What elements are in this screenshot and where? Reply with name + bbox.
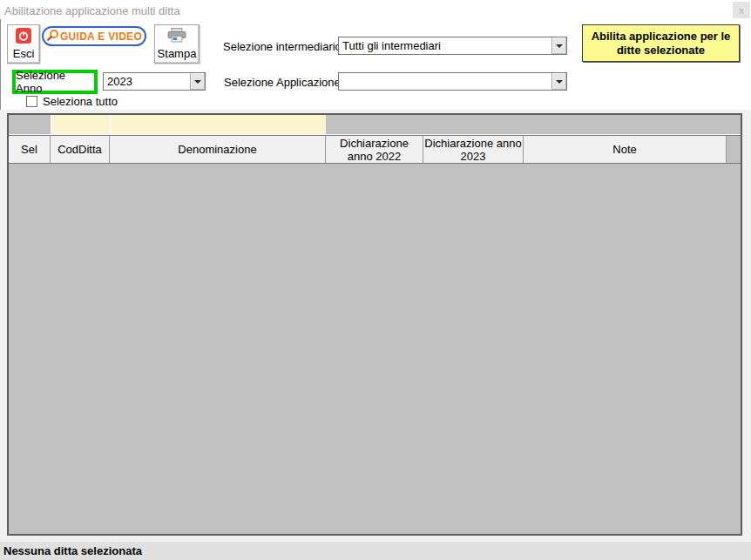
application-label: Selezione Applicazione [224, 76, 341, 89]
column-header-filler [727, 136, 741, 163]
column-header-denominazione[interactable]: Denominazione [110, 136, 326, 163]
chevron-down-icon[interactable] [551, 73, 566, 90]
filter-input-codditta[interactable] [52, 115, 110, 134]
titlebar: Abilitazione applicazione multi ditta x [0, 0, 751, 19]
intermediary-select[interactable]: Tutti gli intermediari [338, 37, 567, 55]
guide-video-label: GUIDA E VIDEO [60, 30, 142, 43]
intermediary-select-value: Tutti gli intermediari [339, 37, 551, 54]
exit-button[interactable]: Esci [7, 24, 40, 64]
print-button[interactable]: Stampa [154, 24, 200, 64]
intermediary-label: Selezione intermediario [223, 40, 342, 53]
column-header-sel[interactable]: Sel [9, 136, 51, 163]
column-header-note[interactable]: Note [524, 136, 727, 163]
grid-filter-row [9, 115, 741, 135]
guide-video-button[interactable]: GUIDA E VIDEO [42, 26, 146, 46]
year-select-value: 2023 [104, 73, 190, 90]
chevron-down-icon[interactable] [551, 37, 566, 54]
magnifier-icon [46, 29, 59, 44]
select-all-label: Seleziona tutto [43, 95, 118, 108]
exit-button-label: Esci [13, 47, 35, 61]
grid-body-empty [9, 164, 741, 534]
window-title: Abilitazione applicazione multi ditta [4, 4, 180, 17]
select-all-checkbox[interactable]: Seleziona tutto [26, 95, 118, 108]
status-text: Nessuna ditta selezionata [3, 544, 142, 557]
main-panel: Sel CodDitta Denominazione Dichiarazione… [0, 110, 751, 542]
power-off-icon [16, 28, 31, 46]
filter-cell-sel [9, 115, 51, 134]
year-select[interactable]: 2023 [103, 72, 206, 91]
grid-header-row: Sel CodDitta Denominazione Dichiarazione… [9, 135, 741, 164]
application-select[interactable] [338, 72, 567, 91]
application-select-value [339, 73, 551, 90]
filter-cell-filler [326, 115, 741, 134]
enable-application-button[interactable]: Abilita applicazione per le ditte selezi… [582, 24, 740, 62]
column-header-dichiarazione-2023[interactable]: Dichiarazione anno 2023 [423, 136, 524, 163]
year-label-highlighted: Selezione Anno [12, 70, 98, 94]
status-bar: Nessuna ditta selezionata [0, 542, 751, 560]
filter-input-denominazione[interactable] [112, 115, 326, 134]
print-button-label: Stampa [158, 47, 197, 61]
printer-icon [167, 28, 186, 45]
chevron-down-icon[interactable] [190, 73, 205, 90]
column-header-dichiarazione-2022[interactable]: Dichiarazione anno 2022 [326, 136, 423, 163]
checkbox-icon[interactable] [26, 96, 37, 107]
column-header-codditta[interactable]: CodDitta [51, 136, 110, 163]
companies-grid: Sel CodDitta Denominazione Dichiarazione… [7, 113, 742, 536]
close-button[interactable]: x [733, 2, 750, 18]
